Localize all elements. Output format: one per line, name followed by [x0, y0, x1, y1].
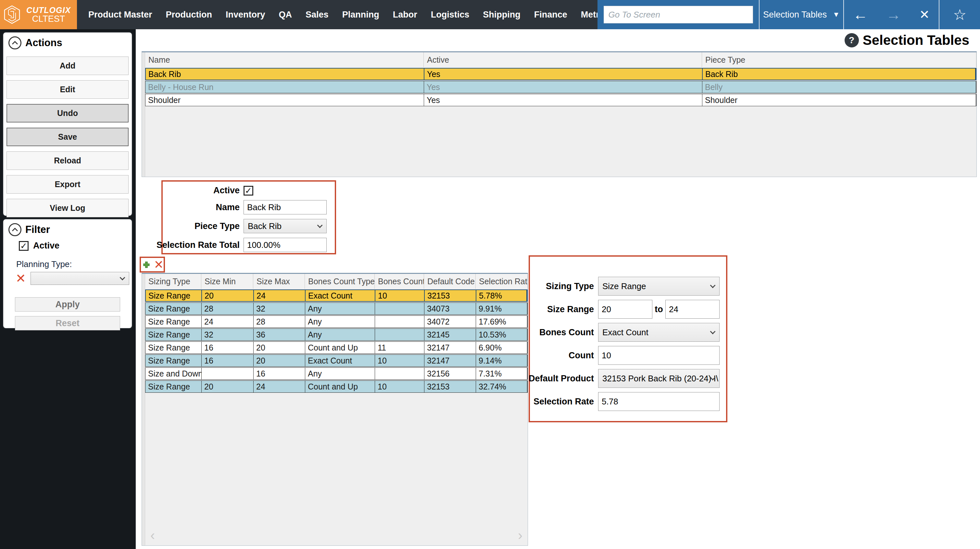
rate-row[interactable]: Size Range2428Any3407217.69% [145, 316, 528, 328]
size-range-label: Size Range [530, 300, 594, 319]
column-header-bones-count[interactable]: Bones Count [375, 274, 424, 289]
column-header-piece-type[interactable]: Piece Type [702, 52, 977, 67]
column-header-name[interactable]: Name [145, 52, 424, 67]
active-checkbox[interactable]: ✓ [243, 186, 253, 196]
save-button[interactable]: Save [6, 128, 129, 146]
rate-row[interactable]: Size Range3236Any3214510.53% [145, 329, 528, 341]
column-header-size-max[interactable]: Size Max [253, 274, 305, 289]
add-row-icon[interactable] [143, 259, 150, 270]
to-label: to [652, 304, 665, 314]
selection-rate-total-field[interactable] [243, 238, 327, 252]
column-header-active[interactable]: Active [424, 52, 702, 67]
cell: 10 [375, 381, 425, 393]
cell: 20 [202, 290, 254, 301]
main-content: ? Selection Tables NameActivePiece Type … [136, 29, 980, 549]
piece-type-value: Back Rib [248, 221, 293, 231]
active-filter-checkbox[interactable]: ✓ [19, 241, 29, 251]
back-arrow-icon[interactable]: ← [853, 7, 868, 22]
cutlogix-logo-icon [3, 5, 21, 24]
menu-item-finance[interactable]: Finance [527, 0, 574, 29]
rate-row[interactable]: Size Range2024Exact Count10321535.78% [145, 289, 528, 302]
cell: 34073 [425, 303, 476, 314]
menu-item-production[interactable]: Production [159, 0, 219, 29]
column-header-sizing-type[interactable]: Sizing Type [145, 274, 201, 289]
undo-button[interactable]: Undo [6, 104, 129, 123]
table-row[interactable]: Back RibYesBack Rib [145, 68, 977, 80]
screen-selector-dropdown[interactable]: Selection Tables ▼ [759, 10, 843, 20]
cell: Size Range [145, 329, 202, 340]
menu-item-inventory[interactable]: Inventory [219, 0, 272, 29]
forward-arrow-icon[interactable]: → [886, 7, 901, 22]
view-log-button[interactable]: View Log [6, 199, 129, 217]
menu-item-product-master[interactable]: Product Master [81, 0, 159, 29]
nav-buttons: ← → ✕ [844, 7, 939, 22]
filter-panel-title: Filter [25, 224, 50, 236]
menu-item-labor[interactable]: Labor [386, 0, 424, 29]
cell: 5.78% [476, 290, 527, 301]
size-max-field[interactable] [665, 300, 719, 319]
collapse-chevron-icon[interactable] [8, 37, 21, 49]
close-screen-icon[interactable]: ✕ [919, 8, 930, 22]
goto-screen-input[interactable] [604, 6, 753, 23]
apply-button[interactable]: Apply [15, 297, 120, 311]
size-min-field[interactable] [598, 300, 652, 319]
filter-panel: Filter ✓ Active Planning Type: ✕ Apply R… [3, 219, 132, 329]
menu-item-shipping[interactable]: Shipping [476, 0, 527, 29]
sizing-type-value: Size Range [602, 281, 657, 291]
selection-tables-grid: NameActivePiece Type Back RibYesBack Rib… [142, 51, 977, 177]
menu-item-logistics[interactable]: Logistics [424, 0, 476, 29]
favorite-star-icon[interactable]: ☆ [939, 6, 980, 23]
scroll-right-icon[interactable]: › [518, 528, 522, 542]
reset-button[interactable]: Reset [15, 316, 120, 330]
cell: Back Rib [146, 69, 425, 80]
menu-item-qa[interactable]: QA [272, 0, 299, 29]
cell: 20 [254, 355, 305, 366]
cell: Count and Up [305, 381, 375, 393]
cell [375, 316, 425, 327]
selection-rate-field[interactable] [598, 392, 719, 411]
cell: 24 [254, 381, 305, 393]
add-button[interactable]: Add [6, 56, 129, 75]
cell: Shoulder [702, 94, 976, 106]
scroll-left-icon[interactable]: ‹ [150, 528, 155, 542]
table-row[interactable]: ShoulderYesShoulder [145, 94, 977, 106]
actions-buttons: AddEditUndoSaveReloadExportView Log [3, 56, 132, 217]
column-header-size-min[interactable]: Size Min [201, 274, 253, 289]
clear-filter-icon[interactable]: ✕ [16, 272, 26, 284]
table-edit-form: Active ✓ Name Piece Type Back Rib Select… [161, 180, 336, 254]
bones-count-select[interactable]: Exact Count [598, 323, 719, 342]
export-button[interactable]: Export [6, 175, 129, 194]
rate-row[interactable]: Size and Down16Any321567.31% [145, 367, 528, 380]
cell: Any [305, 303, 375, 314]
cell: Exact Count [305, 290, 375, 301]
rate-row[interactable]: Size Range2832Any340739.91% [145, 302, 528, 315]
name-field[interactable] [243, 200, 327, 214]
rate-row[interactable]: Size Range1620Count and Up11321476.90% [145, 342, 528, 354]
table-row[interactable]: Belly - House RunYesBelly [145, 81, 977, 93]
rate-row[interactable]: Size Range2024Count and Up103215332.74% [145, 380, 528, 393]
horizontal-scrollbar[interactable]: ‹ › [145, 528, 528, 542]
cell: 24 [202, 316, 254, 327]
cell: Back Rib [703, 69, 976, 80]
cell: 24 [254, 290, 305, 301]
menu-item-planning[interactable]: Planning [336, 0, 386, 29]
menu-item-sales[interactable]: Sales [299, 0, 336, 29]
planning-type-select[interactable] [30, 272, 129, 285]
rate-row[interactable]: Size Range1620Exact Count10321479.14% [145, 354, 528, 367]
column-header-selection-rate[interactable]: Selection Rate [476, 274, 528, 289]
default-product-select[interactable]: 32153 Pork Back Rib (20-24) I\ [598, 369, 719, 388]
collapse-chevron-icon[interactable] [8, 223, 21, 236]
delete-row-icon[interactable]: ✕ [154, 259, 164, 271]
cell: Exact Count [305, 355, 375, 366]
cell: 32153 [425, 381, 476, 393]
help-icon[interactable]: ? [845, 33, 859, 48]
edit-button[interactable]: Edit [6, 80, 129, 99]
sizing-type-select[interactable]: Size Range [598, 277, 719, 295]
piece-type-select[interactable]: Back Rib [243, 219, 327, 233]
column-header-default-code[interactable]: Default Code [424, 274, 476, 289]
count-field[interactable] [598, 346, 719, 365]
column-header-bones-count-type[interactable]: Bones Count Type [305, 274, 375, 289]
reload-button[interactable]: Reload [6, 152, 129, 170]
brand-name: CUTLOGIX [26, 6, 71, 14]
cell: 28 [202, 303, 254, 314]
